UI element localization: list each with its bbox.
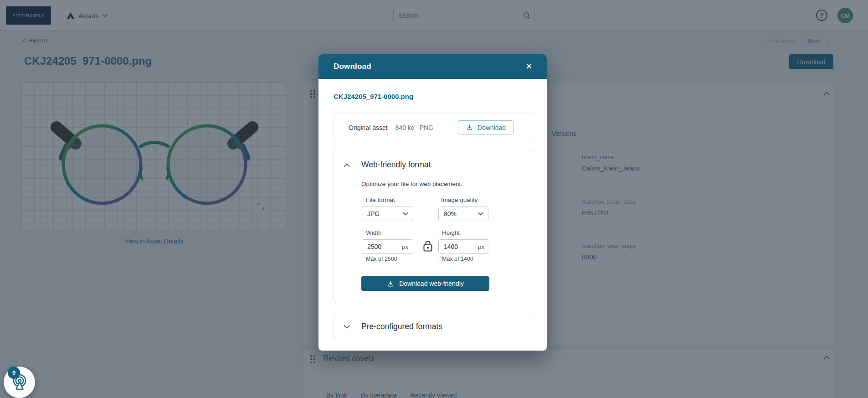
preconfigured-formats-title: Pre-configured formats (361, 322, 442, 331)
file-format-label: File format (366, 196, 395, 203)
image-quality-label: Image quality (441, 196, 478, 203)
original-asset-label: Original asset (349, 124, 388, 131)
width-label: Width (366, 229, 382, 236)
chevron-down-icon (478, 212, 483, 216)
web-friendly-section: Web-friendly format Optimize your file f… (334, 149, 532, 303)
download-web-friendly-button[interactable]: Download web-friendly (361, 276, 489, 291)
download-icon (466, 124, 473, 131)
file-format-value: JPG (367, 210, 380, 217)
chevron-down-icon (403, 212, 408, 216)
modal-title: Download (334, 62, 371, 71)
width-input[interactable] (367, 243, 395, 250)
download-original-button[interactable]: Download (458, 120, 514, 134)
download-original-label: Download (478, 124, 506, 131)
lock-icon (423, 240, 433, 252)
modal-header: Download ✕ (318, 54, 547, 79)
modal-filename: CKJ24205_971-0000.png (334, 93, 532, 100)
original-asset-format: PNG (420, 124, 433, 131)
height-field-wrap: px (438, 239, 489, 254)
image-quality-value: 80% (444, 210, 457, 217)
web-friendly-subtitle: Optimize your file for web placement. (361, 181, 462, 187)
image-quality-select[interactable]: 80% (438, 207, 488, 221)
width-max-note: Max of 2500 (366, 256, 397, 262)
original-asset-size: 840 ko (395, 124, 415, 131)
preconfigured-formats-section[interactable]: Pre-configured formats (334, 314, 532, 339)
download-modal: Download ✕ CKJ24205_971-0000.png Origina… (318, 54, 547, 351)
download-web-friendly-label: Download web-friendly (399, 280, 464, 287)
height-max-note: Max of 1400 (442, 256, 473, 262)
close-icon[interactable]: ✕ (523, 61, 535, 72)
original-asset-box: Original asset 840 ko PNG Download (334, 113, 532, 142)
modal-body: CKJ24205_971-0000.png Original asset 840… (318, 79, 547, 339)
height-unit: px (478, 243, 484, 250)
web-friendly-title: Web-friendly format (361, 160, 431, 170)
height-input[interactable] (444, 243, 472, 250)
collapse-chevron-up-icon[interactable] (344, 163, 350, 167)
aspect-lock-button[interactable] (422, 240, 433, 253)
fab-badge: 9 (8, 367, 20, 379)
chevron-down-icon (344, 325, 350, 329)
width-unit: px (402, 243, 408, 250)
width-field-wrap: px (362, 239, 413, 254)
download-icon (387, 280, 395, 288)
height-label: Height (442, 229, 460, 236)
file-format-select[interactable]: JPG (362, 207, 413, 221)
